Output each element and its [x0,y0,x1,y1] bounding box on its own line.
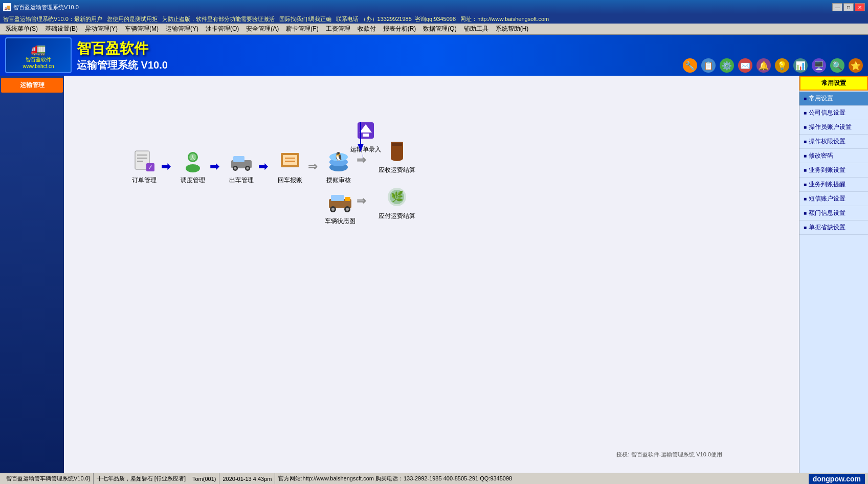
svg-rect-33 [345,197,350,201]
upload-label: 运输单录入 [350,145,381,154]
audit-label: 摆账审核 [326,176,351,185]
collect-label: 应收运费结算 [379,166,415,174]
right-panel-item-2[interactable]: ■ 操作员账户设置 [799,120,868,135]
copyright-text: 授权: 智百盈软件-运输管理系统 V10.0使用 [616,451,722,458]
return-icon [276,147,304,175]
svg-rect-20 [283,155,297,165]
menu-vehicle[interactable]: 车辆管理(M) [122,24,162,34]
app-title-main: 智百盈软件 [77,39,168,58]
bullet-4: ■ [804,153,807,159]
bullet-6: ■ [804,182,807,187]
order-label: 订单管理 [132,176,157,185]
info-text: 智百盈运输管理系统V10.0：最新的用户 您使用的是测试用拒 为防止盗版，软件里… [3,15,549,23]
right-panel-item-8[interactable]: ■ 额门信息设置 [799,206,868,221]
menu-wages[interactable]: 工资管理 [323,24,353,34]
dongpow-logo: dongpow.com [809,474,865,484]
minimize-button[interactable]: — [832,3,842,11]
audit-icon: 🐧 [325,147,352,175]
header-btn-1[interactable]: 🔧 [683,58,697,73]
svg-text:✓: ✓ [148,164,153,171]
flow-order[interactable]: ✓ 订单管理 [130,147,158,185]
right-panel-item-4[interactable]: ■ 修改密码 [799,149,868,163]
arrow-2: ➡ [210,160,219,173]
logo-truck-icon: 🚛 [31,42,46,56]
right-panel-label-5: 业务到账设置 [809,166,845,174]
sidebar-item-4[interactable] [1,108,63,114]
flow-vehicle[interactable]: 车辆状态图 [325,188,355,226]
close-button[interactable]: ✕ [855,3,865,11]
menu-data[interactable]: 数据管理(Q) [420,24,459,34]
header-btn-9[interactable]: 🔍 [830,58,844,73]
right-panel-label-8: 额门信息设置 [809,209,845,217]
header-btn-5[interactable]: 🔔 [756,58,771,73]
window-controls[interactable]: — □ ✕ [832,3,865,11]
right-panel-item-3[interactable]: ■ 操作权限设置 [799,135,868,149]
header-btn-3[interactable]: ⚙️ [720,58,734,73]
menu-system[interactable]: 系统菜单(S) [2,24,41,34]
status-seg-3: 2020-01-13 4:43pm [219,473,275,484]
menu-card[interactable]: 薪卡管理(F) [283,24,321,34]
status-seg-2: Tom(001) [189,473,219,484]
sidebar-item-2[interactable] [1,94,63,100]
sidebar-item-7[interactable] [1,129,63,136]
header-btn-4[interactable]: ✉️ [738,58,752,73]
order-icon: ✓ [130,147,158,175]
menu-oil[interactable]: 油卡管理(O) [203,24,242,34]
svg-rect-35 [392,143,402,146]
dispatch-icon: 人 [179,147,207,175]
flow-return[interactable]: 回车报账 [276,147,304,185]
maximize-button[interactable]: □ [843,3,854,11]
main-content: 运输单录入 ↓ ✓ 订单管理 [64,76,799,473]
menu-tools[interactable]: 辅助工具 [461,24,492,34]
menu-payment[interactable]: 收款付 [354,24,379,34]
menu-bar: 系统菜单(S) 基础设置(B) 异动管理(Y) 车辆管理(M) 运输管理(Y) … [0,24,868,35]
header-btn-8[interactable]: 🖥️ [812,58,826,73]
sidebar-item-5[interactable] [1,115,63,121]
menu-help[interactable]: 系统帮助(H) [493,24,532,34]
bullet-2: ■ [804,124,807,130]
menu-basic-settings[interactable]: 基础设置(B) [42,24,81,34]
svg-text:🐧: 🐧 [333,151,344,161]
bullet-1: ■ [804,110,807,116]
right-panel-item-1[interactable]: ■ 公司信息设置 [799,106,868,120]
right-panel-item-7[interactable]: ■ 短信账户设置 [799,192,868,206]
sidebar-item-6[interactable] [1,122,63,128]
sidebar: 运输管理 [0,76,64,473]
menu-safety[interactable]: 安全管理(A) [243,24,282,34]
flow-dispatch[interactable]: 人 调度管理 [179,147,207,185]
collect-icon [383,137,411,165]
header-btn-7[interactable]: 📊 [793,58,808,73]
right-panel-item-5[interactable]: ■ 业务到账设置 [799,163,868,178]
menu-movement[interactable]: 异动管理(Y) [82,24,121,34]
arrow-3: ➡ [258,160,268,173]
dispatch-label: 调度管理 [181,176,205,185]
status-seg-4: 官方网站:http://www.baishengscft.com 购买电话：13… [275,473,808,484]
app-title-sub: 运输管理系统 V10.0 [77,58,168,72]
bullet-0: ■ [804,96,807,101]
bullet-8: ■ [804,210,807,216]
sidebar-item-transport[interactable]: 运输管理 [1,78,63,93]
bullet-9: ■ [804,225,807,230]
flow-upload[interactable]: 运输单录入 [350,117,381,154]
header-btn-6[interactable]: 💡 [775,58,789,73]
right-panel-item-0[interactable]: ■ 常用设置 [799,92,868,106]
title-bar: 🚚 智百盈运输管理系统V10.0 — □ ✕ [0,0,868,14]
right-panel-label-2: 操作员账户设置 [809,123,852,131]
right-panel-item-6[interactable]: ■ 业务到账提醒 [799,178,868,192]
flow-collect[interactable]: 应收运费结算 [379,137,415,174]
main-container: 运输管理 运输单录入 ↓ [0,76,868,473]
header-btn-2[interactable]: 📋 [701,58,716,73]
menu-report[interactable]: 报表分析(R) [380,24,419,34]
flow-pay[interactable]: 🌿 应付运费结算 [379,183,415,221]
header-btn-10[interactable]: ⭐ [849,58,863,73]
sidebar-item-3[interactable] [1,101,63,107]
svg-rect-28 [331,195,344,201]
status-seg-0: 智百盈运输管车辆管理系统V10.0] [3,473,94,484]
menu-transport[interactable]: 运输管理(Y) [163,24,202,34]
svg-rect-14 [233,156,244,162]
right-panel-item-9[interactable]: ■ 单据省缺设置 [799,221,868,235]
right-panel-header[interactable]: 常用设置 [799,76,868,91]
flow-audit[interactable]: 🐧 摆账审核 [325,147,352,185]
status-seg-1: 十七年品质，坚如磐石 [行业系应者] [94,473,189,484]
flow-depart[interactable]: 出车管理 [228,147,255,185]
